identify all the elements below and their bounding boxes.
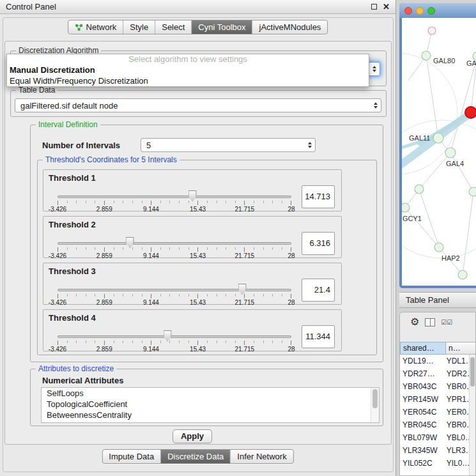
tab-infer-network[interactable]: Infer Network [231, 450, 293, 463]
scrollbar-thumb[interactable] [470, 357, 475, 387]
table-cell[interactable]: YLR3… [445, 444, 469, 457]
slider-thumb[interactable] [238, 284, 247, 295]
tab-style[interactable]: Style [123, 20, 155, 34]
threshold-value-box[interactable]: 21.4 [302, 279, 335, 302]
tab-jactivemnodules[interactable]: jActiveMNodules [253, 20, 328, 34]
table-cell[interactable]: YBL0… [445, 431, 469, 444]
tab-network[interactable]: Network [68, 20, 124, 34]
table-panel-header[interactable]: Table Panel [399, 292, 476, 308]
table-cell[interactable]: YBL079W [400, 431, 445, 444]
table-cell[interactable]: YDR2… [445, 367, 469, 380]
tab-impute-data[interactable]: Impute Data [102, 450, 161, 463]
table-cell[interactable]: YBR043C [400, 380, 445, 393]
tab-select[interactable]: Select [155, 20, 192, 34]
apply-button[interactable]: Apply [173, 429, 212, 443]
table-cell[interactable]: YDL1… [445, 355, 469, 367]
network-node[interactable] [465, 107, 476, 118]
list-item[interactable]: TopologicalCoefficient [42, 399, 379, 410]
thresholds-container: Threshold 1 -3.4262.8599.14415.4321.7152… [43, 169, 342, 356]
network-node[interactable] [415, 185, 424, 194]
table-row[interactable]: YBR045CYBR0… [400, 418, 469, 431]
table-row[interactable]: YIL052CYIL0… [400, 457, 469, 470]
tab-discretize-data[interactable]: Discretize Data [161, 450, 231, 463]
select-columns-icon[interactable]: ☑☑ [441, 319, 452, 326]
table-cell[interactable]: YLR345W [400, 444, 445, 457]
float-window-button[interactable] [371, 4, 377, 10]
table-row[interactable]: YLR345WYLR3… [400, 444, 469, 457]
table-cell[interactable]: YDR27… [400, 367, 445, 380]
threshold-slider[interactable]: -3.4262.8599.14415.4321.71528 [58, 330, 291, 352]
table-row[interactable]: YER054CYER0… [400, 406, 469, 418]
control-panel-titlebar[interactable]: Control Panel ✕ [0, 0, 395, 14]
table-scrollbar[interactable] [469, 355, 475, 475]
slider-track[interactable] [58, 242, 291, 245]
network-window-titlebar[interactable] [399, 3, 476, 18]
network-node[interactable] [422, 51, 431, 60]
gear-icon[interactable]: ⚙ [410, 317, 419, 327]
dropdown-hint: Select algorithm to view settings [7, 54, 369, 65]
network-node[interactable] [428, 27, 436, 35]
tab-cyni-toolbox[interactable]: Cyni Toolbox [192, 20, 252, 34]
close-traffic-light[interactable] [404, 7, 412, 15]
slider-ticks [58, 247, 291, 252]
table-data-combobox[interactable]: galFiltered.sif default node [15, 98, 381, 112]
list-item[interactable]: BetweennessCentrality [42, 410, 379, 420]
list-item[interactable]: SelfLoops [42, 388, 379, 399]
slider-track[interactable] [58, 335, 291, 338]
table-cell[interactable]: YDL19… [400, 355, 445, 367]
threshold-panel: Threshold 3 -3.4262.8599.14415.4321.7152… [43, 263, 342, 305]
threshold-slider[interactable]: -3.4262.8599.14415.4321.71528 [58, 284, 291, 305]
table-cell[interactable]: YBR0… [445, 380, 469, 393]
tab-label: Select [162, 22, 185, 32]
minimize-traffic-light[interactable] [416, 7, 424, 15]
slider-scale: -3.4262.8599.14415.4321.71528 [58, 299, 291, 307]
network-node[interactable] [469, 187, 476, 196]
slider-track[interactable] [58, 196, 291, 198]
dropdown-option-manual[interactable]: Manual Discretization [7, 65, 369, 75]
attributes-list[interactable]: SelfLoopsTopologicalCoefficientBetweenne… [41, 387, 380, 423]
table-row[interactable]: YDR27…YDR2… [400, 367, 469, 380]
table-row[interactable]: YPR145WYPR1… [400, 393, 469, 406]
num-intervals-combobox[interactable]: 5 [141, 138, 316, 152]
num-intervals-value: 5 [146, 141, 151, 150]
table-cell[interactable]: YPR1… [445, 393, 469, 406]
table-cell[interactable]: YBR0… [445, 418, 469, 431]
network-canvas[interactable]: GAL80GAGAL11GAL4GCY1HAP2 [402, 18, 476, 286]
threshold-value-box[interactable]: 11.344 [302, 325, 335, 348]
threshold-slider[interactable]: -3.4262.8599.14415.4321.71528 [58, 190, 291, 212]
table-cell[interactable]: YPR145W [400, 393, 445, 406]
table-cell[interactable]: YER0… [445, 406, 469, 418]
slider-thumb[interactable] [126, 237, 134, 248]
table-cell[interactable]: YIL0… [445, 457, 469, 470]
scrollbar-thumb[interactable] [372, 389, 378, 408]
dropdown-option-equal-width[interactable]: Equal Width/Frequency Discretization [7, 75, 369, 86]
network-node[interactable] [434, 243, 443, 252]
close-icon[interactable]: ✕ [383, 3, 390, 11]
table-row[interactable]: YBR043CYBR0… [400, 380, 469, 393]
threshold-slider[interactable]: -3.4262.8599.14415.4321.71528 [58, 237, 291, 259]
slider-track[interactable] [58, 289, 291, 291]
network-edge [450, 56, 476, 153]
scale-tick-label: 21.715 [235, 252, 255, 259]
zoom-traffic-light[interactable] [427, 7, 435, 15]
threshold-value-box[interactable]: 6.316 [302, 232, 335, 255]
network-node[interactable] [445, 148, 456, 158]
threshold-value-box[interactable]: 14.713 [302, 185, 335, 208]
attributes-scrollbar[interactable] [371, 388, 379, 422]
network-node[interactable] [458, 270, 467, 279]
slider-thumb[interactable] [188, 190, 197, 201]
table-columns-icon[interactable] [425, 318, 435, 326]
table-cell[interactable]: YIL052C [400, 457, 445, 470]
column-header-name[interactable]: n… [446, 342, 470, 355]
table-cell[interactable]: YBR045C [400, 418, 445, 431]
table-cell[interactable]: YER054C [400, 406, 445, 418]
network-node[interactable] [433, 133, 443, 143]
slider-thumb[interactable] [164, 330, 172, 341]
table-row[interactable]: YDL19…YDL1… [400, 355, 469, 367]
network-node[interactable] [402, 203, 410, 212]
column-header-shared-name[interactable]: shared… [400, 342, 446, 355]
scale-tick-label: 28 [288, 206, 295, 213]
network-edge [450, 153, 473, 192]
table-row[interactable]: YBL079WYBL0… [400, 431, 469, 444]
algorithm-dropdown-popup: Select algorithm to view settings Manual… [6, 54, 369, 87]
